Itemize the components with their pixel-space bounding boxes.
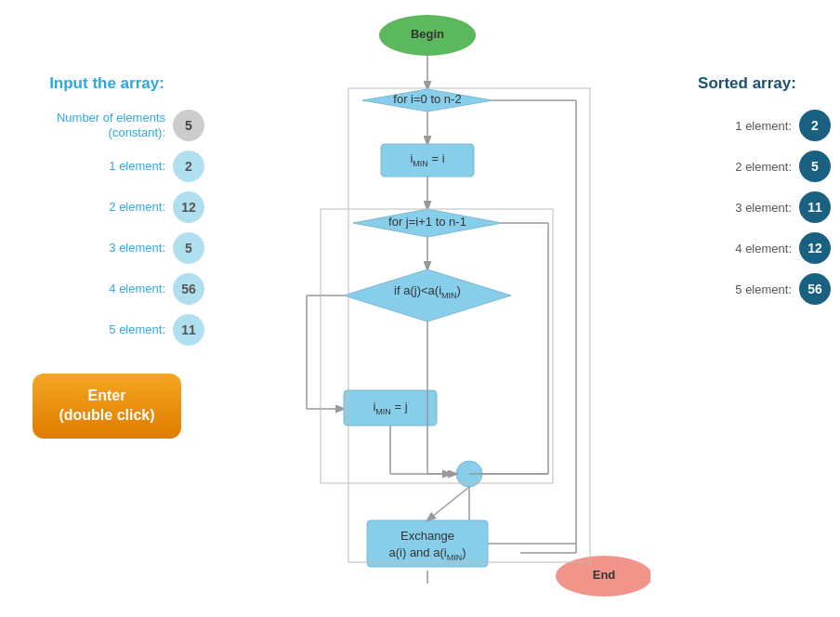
element-1-label: 1 element: [109, 159, 165, 174]
element-5-label: 5 element: [109, 322, 165, 337]
sorted-3-value: 11 [799, 191, 831, 223]
begin-label: Begin [411, 27, 444, 41]
sorted-1-value: 2 [799, 110, 831, 141]
input-panel-title: Input the array: [9, 74, 204, 93]
left-panel: Input the array: Number of elements(cons… [9, 74, 204, 439]
sorted-panel-title: Sorted array: [663, 74, 831, 93]
element-3-row: 3 element: 5 [9, 232, 204, 264]
element-2-label: 2 element: [109, 200, 165, 215]
sorted-2-value: 5 [799, 151, 831, 182]
loop2-label: for j=i+1 to n-1 [388, 215, 466, 229]
element-4-row: 4 element: 56 [9, 273, 204, 305]
element-3-input[interactable]: 5 [173, 232, 204, 264]
flowchart-svg: Begin for i=0 to n-2 iMIN = i for j=i+1 … [204, 0, 650, 617]
junction-to-exchange [427, 487, 469, 520]
inner-loop-border [321, 209, 553, 483]
sorted-1-label: 1 element: [735, 119, 792, 133]
sorted-2-label: 2 element: [735, 160, 792, 174]
num-elements-label: Number of elements(constant): [57, 111, 165, 139]
sorted-4-label: 4 element: [735, 242, 792, 256]
element-2-input[interactable]: 12 [173, 191, 204, 223]
element-2-row: 2 element: 12 [9, 191, 204, 223]
end-label: End [593, 568, 616, 582]
num-elements-row: Number of elements(constant): 5 [9, 110, 204, 141]
sorted-4-value: 12 [799, 232, 831, 264]
sorted-4-row: 4 element: 12 [663, 232, 831, 264]
element-1-row: 1 element: 2 [9, 151, 204, 182]
flowchart-area: Begin for i=0 to n-2 iMIN = i for j=i+1 … [204, 0, 654, 617]
element-1-input[interactable]: 2 [173, 151, 204, 182]
right-panel: Sorted array: 1 element: 2 2 element: 5 … [663, 74, 831, 314]
sorted-2-row: 2 element: 5 [663, 151, 831, 182]
element-5-input[interactable]: 11 [173, 314, 204, 346]
exchange-label-1: Exchange [400, 529, 454, 543]
sorted-5-row: 5 element: 56 [663, 273, 831, 305]
num-elements-value[interactable]: 5 [173, 110, 204, 141]
sorted-5-label: 5 element: [735, 282, 792, 296]
element-3-label: 3 element: [109, 241, 165, 256]
element-5-row: 5 element: 11 [9, 314, 204, 346]
exchange-shape [367, 520, 488, 567]
sorted-3-label: 3 element: [735, 201, 792, 215]
enter-button[interactable]: Enter(double click) [33, 374, 181, 439]
loop1-label: for i=0 to n-2 [393, 92, 461, 106]
sorted-1-row: 1 element: 2 [663, 110, 831, 141]
sorted-3-row: 3 element: 11 [663, 191, 831, 223]
element-4-input[interactable]: 56 [173, 273, 204, 305]
element-4-label: 4 element: [109, 282, 165, 296]
sorted-5-value: 56 [799, 273, 831, 305]
